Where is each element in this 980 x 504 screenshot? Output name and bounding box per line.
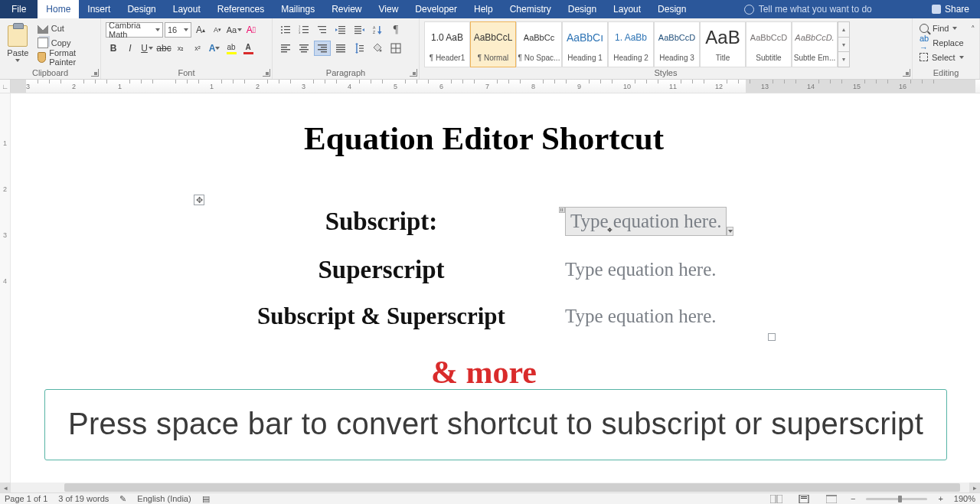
paragraph-dialog-launcher[interactable] [410, 69, 417, 77]
replace-button[interactable]: ab→Replace [917, 35, 966, 50]
align-right-button[interactable] [314, 41, 331, 56]
style-tile[interactable]: AaBbCcDHeading 3 [654, 21, 700, 67]
tab-design[interactable]: Design [119, 0, 164, 18]
multilevel-list-button[interactable] [314, 22, 331, 38]
vertical-ruler[interactable]: 1234 [0, 93, 11, 483]
equation-options-dropdown[interactable] [727, 227, 733, 236]
style-tile[interactable]: AaBbCcD.Subtle Em... [792, 21, 838, 67]
horizontal-ruler[interactable]: ∟ 32112345678910111213141516 [0, 80, 980, 93]
style-tile[interactable]: 1.0 AaB¶ Header1 [424, 21, 470, 67]
select-button[interactable]: Select [917, 50, 966, 64]
font-name-combo[interactable]: Cambria Math [106, 22, 163, 38]
macro-icon[interactable]: ▤ [202, 494, 210, 504]
borders-button[interactable] [387, 41, 404, 56]
tab-table-design[interactable]: Design [560, 0, 605, 18]
zoom-out-button[interactable]: − [851, 494, 855, 503]
ruler-tab-selector[interactable]: ∟ [0, 80, 11, 93]
horizontal-scrollbar[interactable]: ◂ ▸ [0, 483, 980, 493]
tab-insert[interactable]: Insert [79, 0, 119, 18]
superscript-button[interactable]: x² [190, 41, 205, 56]
tab-table-layout[interactable]: Layout [605, 0, 649, 18]
font-color-button[interactable]: A [240, 41, 256, 56]
equation-placeholder-active[interactable]: Type equation here. ⌖ [565, 207, 727, 236]
font-dialog-launcher[interactable] [263, 69, 270, 77]
print-layout-button[interactable] [795, 494, 812, 504]
style-tile[interactable]: AaBbCıHeading 1 [562, 21, 608, 67]
highlight-button[interactable]: ab [224, 41, 239, 56]
zoom-slider[interactable] [866, 498, 927, 500]
tell-me-search[interactable]: Tell me what you want to do [735, 0, 881, 18]
bullets-button[interactable] [277, 22, 294, 38]
strikethrough-button[interactable]: abc [156, 41, 172, 56]
styles-dialog-launcher[interactable] [903, 69, 910, 77]
sort-button[interactable]: AZ [369, 22, 386, 38]
grow-font-button[interactable]: A▴ [193, 22, 208, 38]
svg-rect-17 [338, 31, 345, 31]
styles-down-button[interactable]: ▾ [838, 38, 849, 53]
font-size-combo[interactable]: 16 [165, 22, 191, 38]
italic-button[interactable]: I [122, 41, 138, 56]
clear-formatting-button[interactable]: A⃠ [243, 22, 259, 38]
subscript-button[interactable]: x₂ [173, 41, 188, 56]
align-center-button[interactable] [296, 41, 312, 56]
style-tile[interactable]: AaBbCcDSubtitle [746, 21, 792, 67]
web-layout-button[interactable] [823, 494, 840, 504]
tab-home[interactable]: Home [38, 0, 79, 18]
justify-button[interactable] [332, 41, 349, 56]
zoom-in-button[interactable]: + [938, 494, 942, 503]
cut-button[interactable]: Cut [35, 21, 96, 35]
tab-review[interactable]: Review [323, 0, 370, 18]
tab-mailings[interactable]: Mailings [273, 0, 323, 18]
ruler-tick: 15 [853, 83, 861, 90]
underline-button[interactable]: U [139, 41, 155, 56]
document-page[interactable]: Equation Editor Shortcut ✥ Subscript: Ty… [24, 115, 943, 483]
style-tile[interactable]: 1. AaBbHeading 2 [608, 21, 654, 67]
tab-chemistry[interactable]: Chemistry [501, 0, 560, 18]
change-case-button[interactable]: Aa [227, 22, 242, 38]
equation-placeholder[interactable]: Type equation here. [565, 306, 716, 326]
collapse-ribbon-button[interactable]: ˄ [971, 25, 975, 34]
tab-help[interactable]: Help [466, 0, 501, 18]
style-tile[interactable]: AaBbCc¶ No Spac... [516, 21, 562, 67]
tab-view[interactable]: View [371, 0, 407, 18]
spell-check-icon[interactable]: ✎ [119, 494, 126, 504]
style-tile[interactable]: AaBbCcL¶ Normal [470, 21, 516, 67]
show-hide-button[interactable]: ¶ [387, 22, 404, 38]
numbering-button[interactable]: 123 [296, 22, 312, 38]
shading-button[interactable] [369, 41, 386, 56]
decrease-indent-button[interactable] [332, 22, 349, 38]
align-left-button[interactable] [277, 41, 294, 56]
paste-button[interactable]: Paste [5, 20, 31, 67]
increase-indent-button[interactable] [351, 22, 368, 38]
scroll-left-button[interactable]: ◂ [0, 483, 11, 493]
language-indicator[interactable]: English (India) [137, 494, 191, 503]
tab-developer[interactable]: Developer [407, 0, 466, 18]
tab-layout[interactable]: Layout [165, 0, 209, 18]
format-painter-button[interactable]: Format Painter [35, 50, 96, 64]
bold-button[interactable]: B [106, 41, 121, 56]
scrollbar-thumb[interactable] [64, 483, 960, 492]
styles-more-button[interactable]: ▾ [838, 52, 849, 67]
zoom-value[interactable]: 190% [954, 494, 975, 503]
style-tile[interactable]: AaBTitle [700, 21, 746, 67]
line-spacing-button[interactable] [351, 41, 368, 56]
tab-references[interactable]: References [209, 0, 273, 18]
tab-equation-design[interactable]: Design [649, 0, 694, 18]
word-count[interactable]: 3 of 19 words [58, 494, 109, 503]
scroll-right-button[interactable]: ▸ [969, 483, 980, 493]
clipboard-dialog-launcher[interactable] [91, 69, 99, 77]
tab-file[interactable]: File [0, 0, 38, 18]
styles-scroll[interactable]: ▴▾▾ [838, 21, 850, 67]
page-indicator[interactable]: Page 1 of 1 [5, 494, 47, 503]
text-effects-button[interactable]: A [207, 41, 222, 56]
table-resize-handle[interactable] [768, 333, 776, 341]
equation-placeholder[interactable]: Type equation here. [565, 259, 716, 280]
svg-rect-20 [354, 26, 361, 27]
styles-up-button[interactable]: ▴ [838, 22, 849, 38]
read-mode-button[interactable] [768, 494, 785, 504]
zoom-slider-thumb[interactable] [898, 496, 902, 502]
shrink-font-button[interactable]: A▾ [210, 22, 225, 38]
equation-grip-icon[interactable] [559, 207, 565, 213]
share-button[interactable]: Share [921, 0, 980, 18]
style-name: Heading 2 [613, 51, 648, 64]
